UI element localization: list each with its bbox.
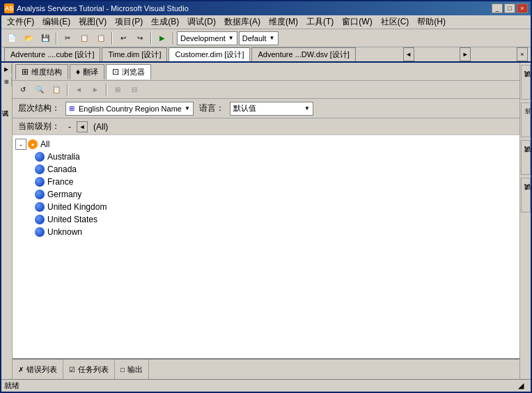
toolbar-cut[interactable]: ✂: [60, 31, 75, 45]
tab-time-dim-label: Time.dim [设计]: [108, 49, 161, 60]
menu-window[interactable]: 窗口(W): [338, 15, 376, 29]
menu-database[interactable]: 数据库(A): [220, 15, 265, 29]
left-tool-label1[interactable]: 调试: [1, 88, 11, 123]
browser-btn2[interactable]: 🔍: [32, 83, 47, 97]
browser-btn5[interactable]: ►: [88, 83, 103, 97]
tree-canada-label: Canada: [47, 164, 77, 174]
tree-root-item[interactable]: - ● All: [15, 138, 517, 151]
main-content: ⊞ 维度结构 ♦ 翻译 ⊡ 浏览器 ↺ 🔍 📋 ◄ ►: [13, 63, 519, 379]
toolbar-open[interactable]: 📂: [21, 31, 36, 45]
menu-help[interactable]: 帮助(H): [413, 15, 450, 29]
right-tab-4[interactable]: 调试: [521, 178, 531, 213]
sub-tab-translation[interactable]: ♦ 翻译: [70, 64, 104, 79]
tree-france-label: France: [47, 177, 73, 187]
resize-corner[interactable]: ◢: [518, 381, 528, 391]
menu-build[interactable]: 生成(B): [147, 15, 183, 29]
list-item[interactable]: United Kingdom: [15, 201, 517, 213]
bottom-tab-tasks[interactable]: ☑ 任务列表: [63, 360, 115, 379]
list-item[interactable]: Unknown: [15, 226, 517, 238]
list-item[interactable]: Canada: [15, 163, 517, 176]
browser-btn3[interactable]: 📋: [49, 83, 64, 97]
app-icon: AS: [4, 3, 14, 13]
globe-icon-australia: [35, 152, 45, 162]
tree-root-label: All: [40, 139, 49, 149]
tab-adventure-cube[interactable]: Adventure ....cube [设计]: [4, 47, 100, 61]
lang-select-arrow: ▼: [304, 105, 310, 111]
task-list-icon: ☑: [69, 366, 75, 373]
list-item[interactable]: France: [15, 176, 517, 188]
browser-btn6[interactable]: ⊞: [110, 83, 125, 97]
browser-btn7[interactable]: ⊟: [127, 83, 142, 97]
maximize-button[interactable]: □: [504, 3, 515, 13]
tab-adventure-dsv[interactable]: Adventure ...DW.dsv [设计]: [251, 47, 355, 61]
bottom-tab-errors[interactable]: ✗ 错误列表: [13, 360, 63, 379]
browser-btn4[interactable]: ◄: [71, 83, 86, 97]
list-item[interactable]: Germany: [15, 188, 517, 201]
translation-icon: ♦: [76, 67, 80, 77]
error-list-icon: ✗: [18, 366, 24, 373]
hierarchy-row: 层次结构： ⊞ English Country Region Name ▼ 语言…: [13, 99, 519, 118]
menu-community[interactable]: 社区(C): [377, 15, 414, 29]
tab-adventure-cube-label: Adventure ....cube [设计]: [10, 49, 94, 60]
minimize-button[interactable]: _: [492, 3, 503, 13]
tree-us-label: United States: [47, 215, 97, 224]
left-tool-strip: ▶ ⊞ 调试: [1, 63, 13, 379]
sub-tab-dimension-structure-label: 维度结构: [31, 67, 62, 77]
browser-icon: ⊡: [112, 67, 119, 77]
menu-edit[interactable]: 编辑(E): [38, 15, 75, 29]
toolbar-default-dropdown[interactable]: Default ▼: [239, 31, 279, 45]
globe-icon-france: [35, 177, 45, 187]
window-title: Analysis Services Tutorial - Microsoft V…: [17, 4, 189, 13]
menu-tools[interactable]: 工具(T): [302, 15, 338, 29]
right-tab-3[interactable]: 调试: [521, 140, 531, 175]
close-button[interactable]: ×: [517, 3, 528, 13]
bottom-tab-output[interactable]: □ 输出: [115, 360, 149, 379]
menu-view[interactable]: 视图(V): [75, 15, 111, 29]
toolbar-copy[interactable]: 📋: [77, 31, 92, 45]
tab-scroll-left[interactable]: ◄: [403, 47, 414, 61]
sub-tab-browser-label: 浏览器: [122, 67, 145, 77]
toolbar-undo[interactable]: ↩: [116, 31, 131, 45]
level-nav-button[interactable]: ◄: [77, 121, 88, 132]
sub-tab-dimension-structure[interactable]: ⊞ 维度结构: [15, 64, 68, 79]
toolbar-paste[interactable]: 📋: [93, 31, 109, 45]
globe-icon-canada: [35, 164, 45, 174]
menu-dimension[interactable]: 维度(M): [265, 15, 302, 29]
tree-expand-icon[interactable]: -: [15, 139, 26, 150]
tab-scroll-right[interactable]: ►: [460, 47, 471, 61]
level-row: 当前级别： - ◄ (All): [13, 118, 519, 135]
toolbar-new[interactable]: 📄: [4, 31, 19, 45]
browser-sep2: [106, 84, 107, 96]
status-bar: 就绪 ◢: [1, 379, 531, 392]
bottom-panel: ✗ 错误列表 ☑ 任务列表 □ 输出: [13, 358, 519, 379]
toolbar-save[interactable]: 💾: [38, 31, 53, 45]
toolbar-play[interactable]: ▶: [155, 31, 170, 45]
menu-file[interactable]: 文件(F): [3, 15, 38, 29]
document-tab-bar: Adventure ....cube [设计] Time.dim [设计] Cu…: [1, 47, 531, 63]
toolbar-config-dropdown[interactable]: Development ▼: [177, 31, 237, 45]
toolbar-redo[interactable]: ↪: [132, 31, 148, 45]
lang-select[interactable]: 默认值 ▼: [230, 102, 313, 116]
sub-tab-browser[interactable]: ⊡ 浏览器: [106, 64, 151, 79]
menu-debug[interactable]: 调试(D): [183, 15, 220, 29]
tab-time-dim[interactable]: Time.dim [设计]: [102, 47, 167, 61]
level-nav-icon: ◄: [79, 123, 86, 130]
tab-customer-dim[interactable]: Customer.dim [设计]: [169, 47, 250, 61]
list-item[interactable]: United States: [15, 213, 517, 226]
left-tool-btn1[interactable]: ▶: [2, 64, 12, 74]
level-label: 当前级别：: [18, 121, 60, 132]
output-icon: □: [120, 366, 125, 373]
list-item[interactable]: Australia: [15, 151, 517, 163]
tab-close[interactable]: ×: [517, 47, 528, 61]
toolbar-config-value: Development: [180, 34, 226, 43]
right-tab-1[interactable]: 调试: [521, 65, 531, 100]
hierarchy-select-value: English Country Region Name: [79, 105, 182, 113]
browser-btn1[interactable]: ↺: [15, 83, 31, 97]
tree-unknown-label: Unknown: [47, 227, 82, 237]
hierarchy-select[interactable]: ⊞ English Country Region Name ▼: [65, 102, 194, 116]
toolbar-sep3: [150, 32, 152, 45]
left-tool-btn2[interactable]: ⊞: [2, 77, 12, 86]
menu-project[interactable]: 项目(P): [111, 15, 147, 29]
right-tab-2[interactable]: 库: [521, 102, 531, 137]
title-bar-controls: _ □ ×: [492, 3, 528, 13]
